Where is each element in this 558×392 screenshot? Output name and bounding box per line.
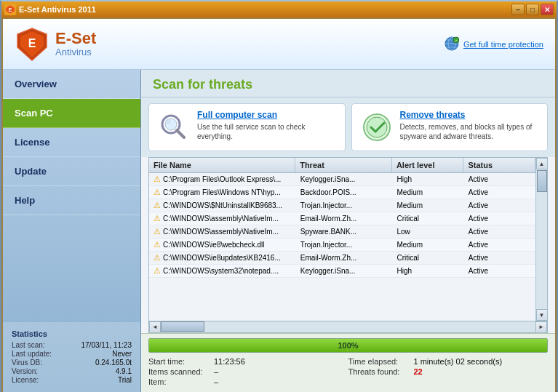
col-filename: File Name [149, 158, 295, 172]
cell-threat: Email-Worm.Zh... [296, 213, 393, 224]
col-status: Status [463, 158, 535, 172]
statistics-title: Statistics [12, 329, 132, 338]
stat-last-update-value: Never [112, 350, 132, 358]
minimize-button[interactable]: – [511, 4, 525, 15]
scroll-thumb[interactable] [537, 170, 547, 192]
scroll-right-button[interactable]: ► [535, 321, 547, 333]
app-icon: E [4, 4, 16, 15]
elapsed-row: Time elapsed: 1 minute(s) 02 second(s) [348, 357, 549, 366]
sidebar: Overview Scan PC License Update Help Sta… [3, 70, 141, 392]
cell-threat: Backdoor.POIS... [296, 187, 393, 198]
svg-point-15 [165, 119, 171, 124]
stat-last-scan-label: Last scan: [12, 341, 45, 349]
table-row[interactable]: ⚠ C:\WINDOWS\$NtUninstallKB9683... Troja… [149, 199, 535, 212]
sidebar-item-scan-pc[interactable]: Scan PC [3, 99, 140, 128]
filename-text: C:\Program Files\Outlook Express\... [163, 175, 281, 183]
svg-point-17 [367, 117, 387, 137]
elapsed-label: Time elapsed: [348, 357, 414, 366]
stat-license-value: Trial [118, 376, 132, 384]
main-content: Scan for threats [141, 70, 555, 392]
svg-line-14 [177, 130, 184, 137]
sidebar-item-update[interactable]: Update [3, 157, 140, 186]
cell-alert: Critical [393, 213, 464, 224]
table-row[interactable]: ⚠ C:\WINDOWS\ie8\webcheck.dll Trojan.Inj… [149, 239, 535, 252]
h-scroll-track [161, 321, 535, 332]
table-body: ⚠ C:\Program Files\Outlook Express\... K… [149, 173, 535, 321]
logo-shield: E [15, 27, 49, 62]
cell-threat: Trojan.Injector... [296, 239, 393, 250]
cell-status: Active [464, 252, 535, 263]
full-scan-option[interactable]: Full computer scan Use the full service … [148, 103, 346, 151]
cell-filename: ⚠ C:\WINDOWS\assembly\NativeIm... [149, 212, 296, 225]
logo-text-area: E-Set Antivirus [55, 31, 96, 57]
sidebar-item-help[interactable]: Help [3, 186, 140, 215]
logo-area: E E-Set Antivirus [15, 27, 96, 62]
items-scanned-label: Items scanned: [148, 367, 214, 376]
remove-threats-icon [359, 110, 394, 145]
table-row[interactable]: ⚠ C:\Program Files\Windows NT\hyp... Bac… [149, 186, 535, 199]
cell-filename: ⚠ C:\WINDOWS\system32\notepad.... [149, 265, 296, 277]
elapsed-value: 1 minute(s) 02 second(s) [414, 357, 503, 366]
filename-text: C:\WINDOWS\system32\notepad.... [163, 267, 279, 275]
h-scroll-thumb[interactable] [161, 321, 204, 332]
cell-threat: Keylogger.iSna... [296, 265, 393, 276]
progress-section: 100% Start time: 11:23:56 Items scanned:… [141, 333, 555, 392]
start-time-label: Start time: [148, 357, 214, 366]
protection-link[interactable]: Get full time protection [463, 40, 543, 49]
cell-alert: Medium [393, 187, 464, 198]
stat-license-label: License: [12, 376, 39, 384]
warning-icon: ⚠ [154, 214, 161, 223]
col-threat: Threat [295, 158, 392, 172]
header-right: ✓ Get full time protection [445, 36, 543, 52]
cell-filename: ⚠ C:\WINDOWS\assembly\NativeIm... [149, 225, 296, 238]
table-row[interactable]: ⚠ C:\WINDOWS\assembly\NativeIm... Email-… [149, 212, 535, 225]
stat-last-update: Last update: Never [12, 350, 132, 358]
warning-icon: ⚠ [154, 188, 161, 197]
stat-last-scan-value: 17/03/11, 11:23 [81, 341, 132, 349]
remove-threats-text: Remove threats Detects, removes, and blo… [400, 110, 541, 141]
remove-threats-title[interactable]: Remove threats [400, 110, 541, 120]
warning-icon: ⚠ [154, 227, 161, 236]
stat-virus-db-value: 0.24.165.0t [95, 359, 132, 367]
full-scan-title[interactable]: Full computer scan [197, 110, 338, 120]
remove-threats-option[interactable]: Remove threats Detects, removes, and blo… [351, 103, 549, 151]
scan-details-left: Start time: 11:23:56 Items scanned: – It… [148, 357, 348, 388]
table-row[interactable]: ⚠ C:\WINDOWS\system32\notepad.... Keylog… [149, 265, 535, 278]
cell-status: Active [464, 226, 535, 237]
warning-icon: ⚠ [154, 175, 161, 184]
item-value: – [214, 377, 218, 386]
cell-alert: Medium [393, 200, 464, 211]
sidebar-item-license[interactable]: License [3, 128, 140, 157]
items-scanned-value: – [214, 367, 218, 376]
cell-alert: High [393, 265, 464, 276]
cell-alert: Medium [393, 239, 464, 250]
window-title: E-Set Antivirus 2011 [19, 5, 96, 14]
scan-details-right: Time elapsed: 1 minute(s) 02 second(s) T… [348, 357, 549, 388]
table-row[interactable]: ⚠ C:\WINDOWS\assembly\NativeIm... Spywar… [149, 225, 535, 239]
scroll-down-button[interactable]: ▼ [536, 309, 548, 321]
full-scan-text: Full computer scan Use the full service … [197, 110, 338, 141]
threat-table-wrapper: File Name Threat Alert level Status ⚠ C:… [148, 157, 548, 333]
warning-icon: ⚠ [154, 266, 161, 276]
warning-icon: ⚠ [154, 201, 161, 210]
logo-sub: Antivirus [55, 47, 96, 57]
cell-threat: Trojan.Injector... [296, 200, 393, 211]
maximize-button[interactable]: □ [526, 4, 539, 15]
cell-alert: High [393, 174, 464, 185]
scroll-up-button[interactable]: ▲ [536, 158, 548, 169]
svg-text:E: E [28, 37, 36, 49]
horizontal-scrollbar[interactable]: ◄ ► [149, 321, 547, 332]
stat-virus-db: Virus DB: 0.24.165.0t [12, 359, 132, 367]
scan-details: Start time: 11:23:56 Items scanned: – It… [148, 357, 548, 388]
cell-filename: ⚠ C:\WINDOWS\$NtUninstallKB9683... [149, 199, 296, 212]
scroll-left-button[interactable]: ◄ [149, 321, 161, 333]
vertical-scrollbar[interactable]: ▲ ▼ [535, 158, 547, 321]
cell-threat: Email-Worm.Zh... [296, 252, 393, 263]
cell-alert: Critical [393, 252, 464, 263]
cell-status: Active [464, 265, 535, 276]
full-scan-icon [156, 110, 191, 145]
sidebar-item-overview[interactable]: Overview [3, 70, 140, 99]
table-row[interactable]: ⚠ C:\Program Files\Outlook Express\... K… [149, 173, 535, 186]
close-button[interactable]: ✕ [541, 4, 554, 15]
table-row[interactable]: ⚠ C:\WINDOWS\ie8updates\KB2416... Email-… [149, 252, 535, 265]
